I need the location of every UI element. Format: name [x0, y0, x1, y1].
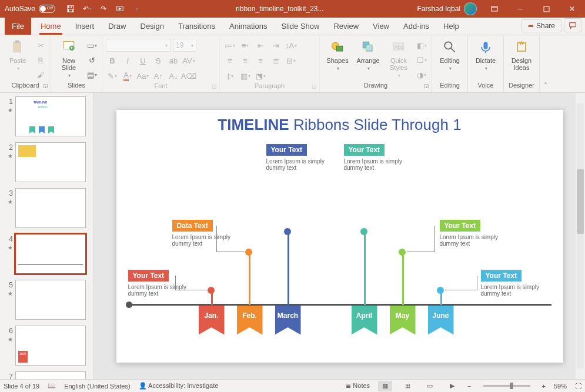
font-family-input[interactable]: ▾ — [106, 39, 171, 52]
zoom-slider[interactable] — [483, 385, 530, 387]
text-direction-icon[interactable]: ↕A▾ — [285, 39, 297, 52]
clear-format-icon[interactable]: A⌫ — [182, 69, 195, 82]
user-account[interactable]: Farshad Iqbal — [413, 2, 482, 15]
smartart-icon[interactable]: ⬔▾ — [254, 69, 267, 82]
fit-window-icon[interactable]: ⛶ — [575, 383, 581, 390]
align-left-icon[interactable]: ≡ — [223, 54, 236, 67]
tab-insert[interactable]: Insert — [68, 17, 102, 35]
thumbnail-2[interactable] — [15, 142, 86, 182]
columns-icon[interactable]: ▥▾ — [239, 69, 252, 82]
shape-effects-icon[interactable]: ◑▾ — [415, 68, 428, 81]
strike-icon[interactable]: S — [152, 54, 165, 67]
align-right-icon[interactable]: ≡ — [254, 54, 267, 67]
format-painter-icon[interactable]: 🖌 — [34, 68, 47, 81]
slideshow-view-icon[interactable]: ▶ — [445, 381, 459, 391]
cut-icon[interactable]: ✂ — [34, 39, 47, 52]
layout-icon[interactable]: ▭▾ — [85, 39, 98, 52]
justify-icon[interactable]: ≣ — [269, 54, 282, 67]
launcher-icon[interactable]: ◲ — [212, 83, 217, 89]
thumbnail-3[interactable] — [15, 188, 86, 228]
align-text-icon[interactable]: ⊟▾ — [285, 54, 297, 67]
shrink-font-icon[interactable]: A↓ — [167, 69, 180, 82]
grow-font-icon[interactable]: A↑ — [152, 69, 165, 82]
shape-fill-icon[interactable]: ◧▾ — [415, 39, 428, 52]
tab-home[interactable]: Home — [34, 17, 68, 35]
ribbon-display-icon[interactable] — [482, 0, 507, 18]
zoom-in-icon[interactable]: + — [542, 383, 546, 390]
new-slide-button[interactable]: ✦ New Slide▾ — [55, 36, 83, 81]
tab-slideshow[interactable]: Slide Show — [274, 17, 326, 35]
bold-icon[interactable]: B — [106, 54, 119, 67]
tab-view[interactable]: View — [366, 17, 396, 35]
paste-button[interactable]: Paste▾ — [4, 36, 32, 73]
zoom-out-icon[interactable]: − — [467, 383, 471, 390]
slide-canvas[interactable]: TIMELINE Ribbons Slide Through 1 Jan. Fe… — [94, 93, 585, 379]
slide-indicator[interactable]: Slide 4 of 19 — [4, 383, 39, 390]
change-case-icon[interactable]: Aa▾ — [136, 69, 149, 82]
shapes-button[interactable]: Shapes▾ — [323, 36, 352, 73]
align-center-icon[interactable]: ≡ — [239, 54, 252, 67]
redo-icon[interactable]: ↷ — [96, 2, 111, 16]
accessibility-indicator[interactable]: 👤 Accessibility: Investigate — [139, 382, 219, 390]
bullets-icon[interactable]: ≔▾ — [223, 39, 236, 52]
from-beginning-icon[interactable] — [113, 2, 127, 16]
tab-addins[interactable]: Add-ins — [396, 17, 436, 35]
shadow-icon[interactable]: ab — [167, 54, 180, 67]
highlight-icon[interactable]: ✎▾ — [106, 69, 119, 82]
font-size-input[interactable]: 19▾ — [173, 39, 196, 52]
vertical-scrollbar[interactable] — [576, 93, 585, 379]
reset-icon[interactable]: ↺ — [85, 53, 98, 66]
collapse-ribbon-icon[interactable]: ˄ — [540, 35, 551, 92]
qat-more-icon[interactable]: ▾ — [129, 2, 143, 16]
section-icon[interactable]: ▤▾ — [85, 68, 98, 81]
tab-transitions[interactable]: Transitions — [171, 17, 222, 35]
quick-styles-button[interactable]: AbcQuick Styles▾ — [385, 36, 413, 81]
undo-icon[interactable]: ↶▾ — [80, 2, 94, 16]
autosave-toggle[interactable]: AutoSave Off — [0, 5, 60, 13]
share-button[interactable]: ➦Share — [522, 19, 561, 32]
italic-icon[interactable]: I — [121, 54, 134, 67]
tab-review[interactable]: Review — [326, 17, 366, 35]
indent-right-icon[interactable]: ⇥ — [269, 39, 282, 52]
spellcheck-icon[interactable]: 📖 — [48, 382, 56, 390]
thumbnail-5[interactable] — [15, 280, 86, 320]
normal-view-icon[interactable]: ▦ — [378, 381, 392, 391]
tab-design[interactable]: Design — [133, 17, 171, 35]
indent-left-icon[interactable]: ⇤ — [254, 39, 267, 52]
close-icon[interactable]: ✕ — [559, 0, 585, 18]
tab-file[interactable]: File — [5, 17, 31, 35]
design-ideas-button[interactable]: Design Ideas — [507, 36, 536, 73]
save-icon[interactable] — [63, 2, 78, 16]
notes-button[interactable]: ≣ Notes — [346, 382, 370, 390]
thumbnail-6[interactable]: 2025 — [15, 326, 86, 366]
editing-button[interactable]: Editing▾ — [436, 36, 464, 73]
arrange-button[interactable]: Arrange▾ — [354, 36, 382, 73]
zoom-level[interactable]: 59% — [554, 383, 567, 390]
language-indicator[interactable]: English (United States) — [64, 383, 131, 390]
thumbnail-1[interactable]: TIMELINERibbon — [15, 96, 86, 136]
callout-6: Your TextLorem Ipsum is simply dummy tex… — [481, 270, 546, 297]
thumbnail-4[interactable] — [15, 234, 86, 274]
launcher-icon[interactable]: ◲ — [43, 83, 48, 89]
line-spacing-icon[interactable]: ‡▾ — [223, 69, 236, 82]
launcher-icon[interactable]: ◲ — [312, 83, 317, 89]
svg-text:✦: ✦ — [70, 46, 73, 50]
shape-outline-icon[interactable]: ☐▾ — [415, 53, 428, 66]
launcher-icon[interactable]: ◲ — [424, 83, 429, 89]
sorter-view-icon[interactable]: ⊞ — [400, 381, 414, 391]
tab-help[interactable]: Help — [436, 17, 466, 35]
copy-icon[interactable]: ⎘ — [34, 53, 47, 66]
maximize-icon[interactable] — [533, 0, 559, 18]
reading-view-icon[interactable]: ▭ — [423, 381, 437, 391]
dictate-button[interactable]: Dictate▾ — [472, 36, 500, 73]
spacing-icon[interactable]: AV▾ — [182, 54, 195, 67]
tab-draw[interactable]: Draw — [101, 17, 133, 35]
numbering-icon[interactable]: ≡▾ — [239, 39, 252, 52]
minimize-icon[interactable]: ─ — [507, 0, 533, 18]
comments-button[interactable] — [564, 18, 581, 32]
font-color-icon[interactable]: A▾ — [121, 69, 134, 82]
underline-icon[interactable]: U — [136, 54, 149, 67]
thumbnail-7[interactable] — [15, 371, 86, 379]
tab-animations[interactable]: Animations — [222, 17, 274, 35]
toggle-switch[interactable]: Off — [39, 5, 55, 13]
